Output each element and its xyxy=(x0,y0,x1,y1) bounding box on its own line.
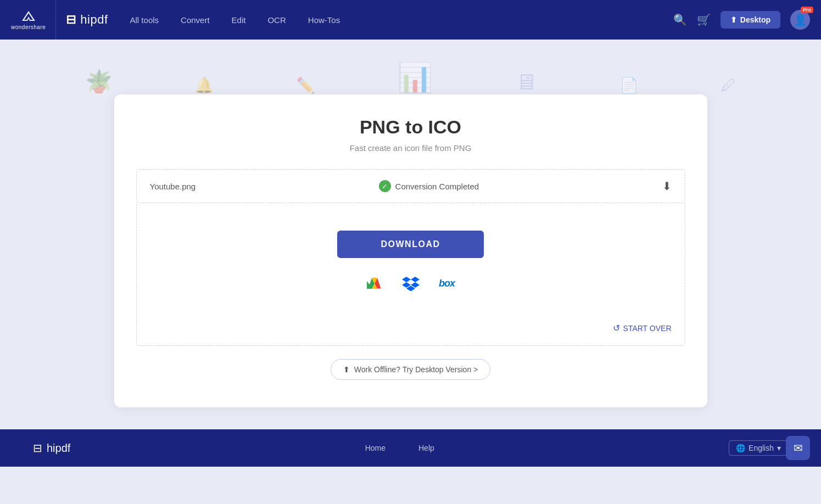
nav-how-tos[interactable]: How-Tos xyxy=(308,15,340,25)
wondershare-brand: wondershare xyxy=(11,0,56,40)
nav-convert[interactable]: Convert xyxy=(181,15,210,25)
desktop-banner-button[interactable]: ⬆ Work Offline? Try Desktop Version > xyxy=(331,359,491,380)
box-icon[interactable]: box xyxy=(437,273,457,293)
deco-monitor: 🖥 xyxy=(515,70,537,94)
avatar[interactable]: 👤 Pro xyxy=(790,10,810,30)
mail-fab-button[interactable]: ✉ xyxy=(786,436,810,460)
desktop-banner: ⬆ Work Offline? Try Desktop Version > xyxy=(136,359,685,380)
footer-home-link[interactable]: Home xyxy=(365,444,386,452)
start-over-label: START OVER xyxy=(623,324,672,333)
deco-pen: 🖊 xyxy=(721,76,736,94)
hipdf-icon: ⊟ xyxy=(66,13,76,27)
conversion-status: Conversion Completed xyxy=(395,182,479,191)
google-drive-icon[interactable] xyxy=(365,273,384,293)
nav-all-tools[interactable]: All tools xyxy=(130,15,159,25)
deco-doc: 📄 xyxy=(619,76,639,94)
deco-chart: 📊 xyxy=(397,61,433,94)
desktop-icon: ⬆ xyxy=(730,15,737,24)
check-icon: ✓ xyxy=(379,180,391,192)
dropbox-icon[interactable] xyxy=(401,273,421,293)
start-over-button[interactable]: ↺ START OVER xyxy=(613,323,672,333)
mail-icon: ✉ xyxy=(794,441,803,455)
main-container: PNG to ICO Fast create an icon file from… xyxy=(103,94,718,429)
footer-hipdf-icon: ⊟ xyxy=(33,441,42,455)
navbar: wondershare ⊟ hipdf All tools Convert Ed… xyxy=(0,0,821,40)
single-download-icon[interactable]: ⬇ xyxy=(662,180,672,193)
desktop-banner-label: Work Offline? Try Desktop Version > xyxy=(354,365,478,374)
footer-language-selector[interactable]: 🌐 English ▾ xyxy=(729,440,788,456)
chevron-down-icon: ▾ xyxy=(777,444,781,452)
cart-icon[interactable]: 🛒 xyxy=(697,13,711,26)
nav-links: All tools Convert Edit OCR How-Tos xyxy=(130,15,673,25)
hero-decoration: 🪴 🔔 ✏️ 📊 🖥 📄 🖊 xyxy=(0,51,821,94)
footer-logo[interactable]: ⊟ hipdf xyxy=(33,441,70,455)
search-icon[interactable]: 🔍 xyxy=(673,13,687,26)
user-icon: 👤 xyxy=(794,13,807,26)
cloud-icons: box xyxy=(365,273,457,293)
refresh-icon: ↺ xyxy=(613,323,620,333)
content-area: DOWNLOAD xyxy=(136,203,685,346)
nav-actions: 🔍 🛒 ⬆ Desktop 👤 Pro xyxy=(673,10,810,30)
footer-help-link[interactable]: Help xyxy=(418,444,434,452)
deco-lamp: 🔔 xyxy=(194,76,214,94)
wondershare-label: wondershare xyxy=(11,24,46,30)
file-row: Youtube.png ✓ Conversion Completed ⬇ xyxy=(136,169,685,203)
deco-pencil: ✏️ xyxy=(296,76,315,94)
hipdf-logo[interactable]: ⊟ hipdf xyxy=(66,13,108,27)
box-text: box xyxy=(439,278,455,289)
pro-badge: Pro xyxy=(801,7,813,13)
footer-hipdf-text: hipdf xyxy=(47,442,70,455)
nav-ocr[interactable]: OCR xyxy=(267,15,286,25)
footer: ⊟ hipdf Home Help 🌐 English ▾ xyxy=(0,429,821,467)
nav-edit[interactable]: Edit xyxy=(232,15,246,25)
hero-background: 🪴 🔔 ✏️ 📊 🖥 📄 🖊 PNG to ICO Fast create an… xyxy=(0,40,821,429)
page-subtitle: Fast create an icon file from PNG xyxy=(136,143,685,153)
globe-icon: 🌐 xyxy=(736,444,745,452)
main-card: PNG to ICO Fast create an icon file from… xyxy=(114,94,707,407)
desktop-banner-icon: ⬆ xyxy=(343,365,350,374)
footer-links: Home Help xyxy=(365,444,434,452)
page-title: PNG to ICO xyxy=(136,116,685,138)
download-button[interactable]: DOWNLOAD xyxy=(337,231,484,258)
hipdf-text: hipdf xyxy=(80,13,108,27)
desktop-button[interactable]: ⬆ Desktop xyxy=(721,11,780,29)
file-name: Youtube.png xyxy=(150,182,196,191)
file-status: ✓ Conversion Completed xyxy=(379,180,479,192)
deco-plant: 🪴 xyxy=(85,69,113,94)
language-label: English xyxy=(749,444,774,452)
